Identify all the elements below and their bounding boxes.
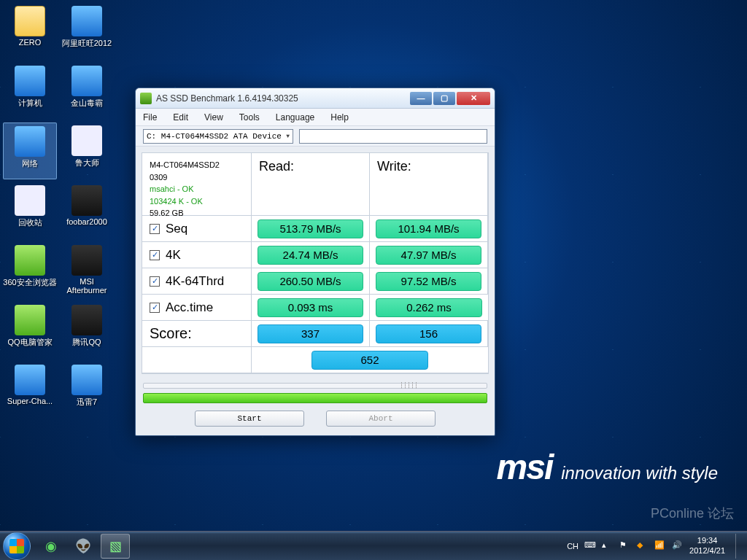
desktop-icon-glyph [15, 66, 45, 96]
row-label-text: 4K [166, 248, 181, 262]
desktop-icon-3[interactable]: 金山毒霸 [60, 63, 114, 120]
desktop-icon-label: 网络 [22, 158, 38, 169]
desktop-icon-glyph [71, 6, 102, 36]
row-label-text: Acc.time [166, 300, 213, 315]
desktop-icon-label: 回收站 [18, 217, 42, 228]
abort-button: Abort [326, 411, 436, 427]
volume-icon[interactable]: 🔊 [672, 540, 684, 552]
checkbox-0[interactable]: ✓ [150, 224, 160, 234]
row-label-text: 4K-64Thrd [166, 274, 224, 289]
tray-chevron-icon[interactable]: ▴ [602, 540, 614, 552]
desktop-icon-11[interactable]: 腾讯QQ [60, 302, 114, 359]
results-panel: M4-CT064M4SSD2 0309 msahci - OK 103424 K… [142, 152, 489, 374]
score-read-cell: 337 [252, 321, 370, 347]
desktop-icon-label: ZERO [19, 38, 42, 47]
progress-thin: ┆┆┆┆┆ [143, 383, 487, 389]
start-button[interactable] [3, 532, 31, 560]
progress-bar [143, 393, 487, 403]
keyboard-icon[interactable]: ⌨ [584, 540, 596, 552]
titlebar[interactable]: AS SSD Benchmark 1.6.4194.30325 — ▢ ✕ [136, 88, 495, 109]
desktop-icon-grid: ZERO阿里旺旺2012计算机金山毒霸网络鲁大师回收站foobar2000360… [3, 3, 114, 419]
row-label-3: ✓Acc.time [142, 295, 252, 321]
write-value: 0.262 ms [376, 298, 482, 317]
tray-lang[interactable]: CH [567, 542, 578, 551]
desktop-icon-4[interactable]: 网络 [3, 122, 57, 179]
header-read: Read: [252, 153, 370, 216]
desktop-icon-7[interactable]: foobar2000 [60, 182, 114, 239]
row-label-0: ✓Seq [142, 216, 252, 242]
chevron-down-icon: ▼ [286, 133, 290, 139]
desktop-icon-9[interactable]: MSI Afterburner [60, 242, 114, 299]
checkbox-1[interactable]: ✓ [150, 250, 160, 260]
score-write: 156 [376, 324, 481, 343]
desktop-icon-6[interactable]: 回收站 [3, 182, 57, 239]
system-tray: CH ⌨ ▴ ⚑ ◆ 📶 🔊 19:34 2012/4/21 [567, 534, 744, 559]
score-read: 337 [258, 324, 363, 343]
toolbar: C: M4-CT064M4SSD2 ATA Device ▼ [136, 126, 495, 147]
header-write: Write: [370, 153, 488, 216]
close-button[interactable]: ✕ [457, 92, 490, 105]
desktop-icon-label: 计算机 [18, 98, 42, 109]
desktop-icon-label: Super-Cha... [7, 397, 53, 405]
start-button[interactable]: Start [195, 411, 304, 427]
desktop-icon-5[interactable]: 鲁大师 [60, 122, 114, 179]
write-value: 47.97 MB/s [376, 246, 481, 265]
tray-clock[interactable]: 19:34 2012/4/21 [689, 536, 725, 555]
desktop-icon-glyph [15, 6, 45, 36]
taskbar-item-foobar[interactable]: 👽 [69, 534, 98, 559]
menu-tools[interactable]: Tools [239, 112, 260, 122]
desktop-icon-10[interactable]: QQ电脑管家 [3, 302, 57, 359]
desktop-icon-label: MSI Afterburner [60, 277, 114, 295]
desktop-icon-13[interactable]: 迅雷7 [60, 362, 114, 419]
device-iops: 103424 K - OK [150, 195, 203, 208]
device-model: M4-CT064M4SSD2 [150, 159, 220, 171]
desktop-icon-label: QQ电脑管家 [7, 337, 52, 348]
shield-icon[interactable]: ◆ [637, 540, 649, 552]
row-read-3: 0.093 ms [252, 295, 370, 321]
checkbox-3[interactable]: ✓ [150, 303, 160, 313]
taskbar-item-as-ssd[interactable]: ▧ [101, 534, 130, 559]
device-combobox[interactable]: C: M4-CT064M4SSD2 ATA Device ▼ [143, 129, 293, 144]
window-title: AS SSD Benchmark 1.6.4194.30325 [156, 93, 410, 104]
watermark-text: PConline 论坛 [651, 505, 734, 522]
device-fw: 0309 [150, 171, 167, 184]
row-read-0: 513.79 MB/s [252, 216, 370, 242]
row-write-0: 101.94 MB/s [370, 216, 488, 242]
checkbox-2[interactable]: ✓ [150, 276, 160, 287]
row-label-text: Seq [166, 222, 187, 236]
desktop-icon-glyph [71, 245, 102, 276]
menu-view[interactable]: View [204, 112, 223, 122]
flag-icon[interactable]: ⚑ [619, 540, 631, 552]
desktop-icon-label: 鲁大师 [75, 158, 99, 168]
menubar: File Edit View Tools Language Help [136, 109, 495, 126]
desktop-icon-0[interactable]: ZERO [3, 3, 57, 60]
tray-date: 2012/4/21 [689, 546, 725, 556]
menu-help[interactable]: Help [330, 112, 349, 122]
read-value: 0.093 ms [258, 298, 363, 317]
desktop-icon-glyph [15, 365, 45, 395]
minimize-button[interactable]: — [410, 92, 432, 105]
desktop-icon-12[interactable]: Super-Cha... [3, 362, 57, 419]
menu-file[interactable]: File [143, 112, 157, 122]
show-desktop-button[interactable] [735, 534, 741, 559]
desktop-icon-label: 阿里旺旺2012 [62, 38, 112, 49]
menu-language[interactable]: Language [276, 112, 314, 122]
device-info: M4-CT064M4SSD2 0309 msahci - OK 103424 K… [142, 153, 252, 216]
read-value: 24.74 MB/s [258, 246, 363, 265]
score-label-cell: Score: [142, 321, 252, 347]
desktop-icon-glyph [15, 126, 45, 157]
network-icon[interactable]: 📶 [654, 540, 666, 552]
device-driver: msahci - OK [150, 183, 194, 195]
desktop-icon-label: 金山毒霸 [71, 98, 103, 109]
maximize-button[interactable]: ▢ [433, 92, 455, 105]
score-write-cell: 156 [370, 321, 488, 347]
row-read-1: 24.74 MB/s [252, 242, 370, 268]
desktop-icon-2[interactable]: 计算机 [3, 63, 57, 120]
score-total-cell: 652 [252, 347, 488, 373]
desktop-icon-1[interactable]: 阿里旺旺2012 [60, 3, 114, 60]
taskbar-item-ie[interactable]: ◉ [36, 534, 66, 559]
path-textfield[interactable] [299, 129, 487, 144]
write-value: 101.94 MB/s [376, 219, 481, 238]
desktop-icon-8[interactable]: 360安全浏览器 [3, 242, 57, 299]
menu-edit[interactable]: Edit [173, 112, 188, 122]
